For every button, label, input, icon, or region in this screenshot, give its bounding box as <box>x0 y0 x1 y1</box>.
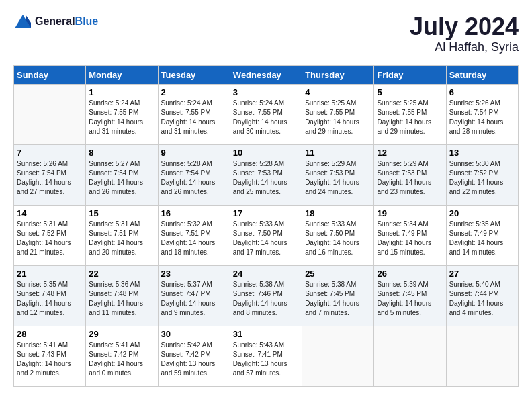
page-header: GeneralBlue July 2024 Al Haffah, Syria <box>13 13 519 54</box>
title-block: July 2024 Al Haffah, Syria <box>410 13 519 54</box>
day-info: Sunrise: 5:39 AM Sunset: 7:45 PM Dayligh… <box>377 280 443 318</box>
weekday-header-tuesday: Tuesday <box>158 65 230 84</box>
logo-icon <box>13 13 32 30</box>
day-info: Sunrise: 5:35 AM Sunset: 7:48 PM Dayligh… <box>17 280 83 318</box>
weekday-header-saturday: Saturday <box>446 65 518 84</box>
day-number: 18 <box>305 208 371 218</box>
day-info: Sunrise: 5:30 AM Sunset: 7:52 PM Dayligh… <box>449 159 515 197</box>
day-number: 16 <box>161 208 227 218</box>
day-number: 8 <box>89 148 154 158</box>
day-number: 27 <box>449 269 515 279</box>
day-info: Sunrise: 5:24 AM Sunset: 7:55 PM Dayligh… <box>233 99 299 136</box>
calendar-cell: 30Sunrise: 5:42 AM Sunset: 7:42 PM Dayli… <box>158 326 230 386</box>
day-number: 5 <box>377 87 443 97</box>
calendar-cell <box>446 326 518 386</box>
day-number: 26 <box>377 269 443 279</box>
calendar-cell: 27Sunrise: 5:40 AM Sunset: 7:44 PM Dayli… <box>446 265 518 326</box>
day-info: Sunrise: 5:31 AM Sunset: 7:51 PM Dayligh… <box>89 220 154 257</box>
day-number: 29 <box>89 329 154 339</box>
location-title: Al Haffah, Syria <box>410 40 519 54</box>
day-number: 28 <box>17 329 83 339</box>
day-number: 21 <box>17 269 83 279</box>
logo-text: GeneralBlue <box>35 15 98 28</box>
calendar-cell: 19Sunrise: 5:34 AM Sunset: 7:49 PM Dayli… <box>374 205 446 265</box>
day-info: Sunrise: 5:29 AM Sunset: 7:53 PM Dayligh… <box>377 159 443 197</box>
day-info: Sunrise: 5:24 AM Sunset: 7:55 PM Dayligh… <box>161 99 227 136</box>
calendar-week-row: 21Sunrise: 5:35 AM Sunset: 7:48 PM Dayli… <box>14 265 519 326</box>
weekday-header-wednesday: Wednesday <box>230 65 302 84</box>
calendar-cell: 15Sunrise: 5:31 AM Sunset: 7:51 PM Dayli… <box>86 205 158 265</box>
day-number: 6 <box>449 87 515 97</box>
day-info: Sunrise: 5:36 AM Sunset: 7:48 PM Dayligh… <box>89 280 154 318</box>
calendar-cell: 9Sunrise: 5:28 AM Sunset: 7:54 PM Daylig… <box>158 144 230 205</box>
day-number: 23 <box>161 269 227 279</box>
calendar-cell: 11Sunrise: 5:29 AM Sunset: 7:53 PM Dayli… <box>302 144 374 205</box>
calendar-cell: 7Sunrise: 5:26 AM Sunset: 7:54 PM Daylig… <box>14 144 86 205</box>
day-number: 22 <box>89 269 154 279</box>
day-number: 2 <box>161 87 227 97</box>
day-number: 24 <box>233 269 299 279</box>
day-info: Sunrise: 5:41 AM Sunset: 7:43 PM Dayligh… <box>17 340 83 378</box>
calendar-cell: 8Sunrise: 5:27 AM Sunset: 7:54 PM Daylig… <box>86 144 158 205</box>
calendar-cell: 4Sunrise: 5:25 AM Sunset: 7:55 PM Daylig… <box>302 84 374 144</box>
weekday-header-monday: Monday <box>86 65 158 84</box>
day-info: Sunrise: 5:26 AM Sunset: 7:54 PM Dayligh… <box>17 159 83 197</box>
calendar-cell: 31Sunrise: 5:43 AM Sunset: 7:41 PM Dayli… <box>230 326 302 386</box>
calendar-cell: 5Sunrise: 5:25 AM Sunset: 7:55 PM Daylig… <box>374 84 446 144</box>
calendar-cell: 1Sunrise: 5:24 AM Sunset: 7:55 PM Daylig… <box>86 84 158 144</box>
day-info: Sunrise: 5:28 AM Sunset: 7:54 PM Dayligh… <box>161 159 227 197</box>
calendar-week-row: 1Sunrise: 5:24 AM Sunset: 7:55 PM Daylig… <box>14 84 519 144</box>
day-info: Sunrise: 5:29 AM Sunset: 7:53 PM Dayligh… <box>305 159 371 197</box>
calendar-cell: 14Sunrise: 5:31 AM Sunset: 7:52 PM Dayli… <box>14 205 86 265</box>
day-number: 20 <box>449 208 515 218</box>
day-number: 10 <box>233 148 299 158</box>
calendar-cell: 23Sunrise: 5:37 AM Sunset: 7:47 PM Dayli… <box>158 265 230 326</box>
calendar-cell <box>302 326 374 386</box>
day-number: 12 <box>377 148 443 158</box>
day-number: 30 <box>161 329 227 339</box>
day-number: 11 <box>305 148 371 158</box>
day-info: Sunrise: 5:38 AM Sunset: 7:45 PM Dayligh… <box>305 280 371 318</box>
calendar-cell: 26Sunrise: 5:39 AM Sunset: 7:45 PM Dayli… <box>374 265 446 326</box>
day-info: Sunrise: 5:27 AM Sunset: 7:54 PM Dayligh… <box>89 159 154 197</box>
day-info: Sunrise: 5:37 AM Sunset: 7:47 PM Dayligh… <box>161 280 227 318</box>
calendar-cell: 16Sunrise: 5:32 AM Sunset: 7:51 PM Dayli… <box>158 205 230 265</box>
weekday-header-row: SundayMondayTuesdayWednesdayThursdayFrid… <box>14 65 519 84</box>
day-number: 15 <box>89 208 154 218</box>
calendar-cell: 25Sunrise: 5:38 AM Sunset: 7:45 PM Dayli… <box>302 265 374 326</box>
day-info: Sunrise: 5:43 AM Sunset: 7:41 PM Dayligh… <box>233 340 299 378</box>
day-info: Sunrise: 5:41 AM Sunset: 7:42 PM Dayligh… <box>89 340 154 378</box>
day-number: 25 <box>305 269 371 279</box>
calendar-cell: 2Sunrise: 5:24 AM Sunset: 7:55 PM Daylig… <box>158 84 230 144</box>
day-number: 17 <box>233 208 299 218</box>
day-info: Sunrise: 5:35 AM Sunset: 7:49 PM Dayligh… <box>449 220 515 257</box>
day-number: 13 <box>449 148 515 158</box>
calendar-cell: 10Sunrise: 5:28 AM Sunset: 7:53 PM Dayli… <box>230 144 302 205</box>
day-info: Sunrise: 5:34 AM Sunset: 7:49 PM Dayligh… <box>377 220 443 257</box>
day-info: Sunrise: 5:25 AM Sunset: 7:55 PM Dayligh… <box>377 99 443 136</box>
day-number: 19 <box>377 208 443 218</box>
day-number: 14 <box>17 208 83 218</box>
calendar-cell: 18Sunrise: 5:33 AM Sunset: 7:50 PM Dayli… <box>302 205 374 265</box>
day-number: 9 <box>161 148 227 158</box>
calendar-cell: 3Sunrise: 5:24 AM Sunset: 7:55 PM Daylig… <box>230 84 302 144</box>
day-info: Sunrise: 5:33 AM Sunset: 7:50 PM Dayligh… <box>305 220 371 257</box>
calendar-week-row: 7Sunrise: 5:26 AM Sunset: 7:54 PM Daylig… <box>14 144 519 205</box>
calendar-cell <box>14 84 86 144</box>
calendar-week-row: 28Sunrise: 5:41 AM Sunset: 7:43 PM Dayli… <box>14 326 519 386</box>
day-number: 1 <box>89 87 154 97</box>
day-info: Sunrise: 5:31 AM Sunset: 7:52 PM Dayligh… <box>17 220 83 257</box>
day-info: Sunrise: 5:25 AM Sunset: 7:55 PM Dayligh… <box>305 99 371 136</box>
weekday-header-friday: Friday <box>374 65 446 84</box>
calendar-cell: 17Sunrise: 5:33 AM Sunset: 7:50 PM Dayli… <box>230 205 302 265</box>
day-info: Sunrise: 5:24 AM Sunset: 7:55 PM Dayligh… <box>89 99 154 136</box>
calendar-cell: 22Sunrise: 5:36 AM Sunset: 7:48 PM Dayli… <box>86 265 158 326</box>
day-number: 31 <box>233 329 299 339</box>
day-info: Sunrise: 5:38 AM Sunset: 7:46 PM Dayligh… <box>233 280 299 318</box>
day-info: Sunrise: 5:42 AM Sunset: 7:42 PM Dayligh… <box>161 340 227 378</box>
calendar-cell: 6Sunrise: 5:26 AM Sunset: 7:54 PM Daylig… <box>446 84 518 144</box>
day-number: 3 <box>233 87 299 97</box>
calendar-week-row: 14Sunrise: 5:31 AM Sunset: 7:52 PM Dayli… <box>14 205 519 265</box>
calendar-cell: 28Sunrise: 5:41 AM Sunset: 7:43 PM Dayli… <box>14 326 86 386</box>
month-title: July 2024 <box>410 13 519 40</box>
